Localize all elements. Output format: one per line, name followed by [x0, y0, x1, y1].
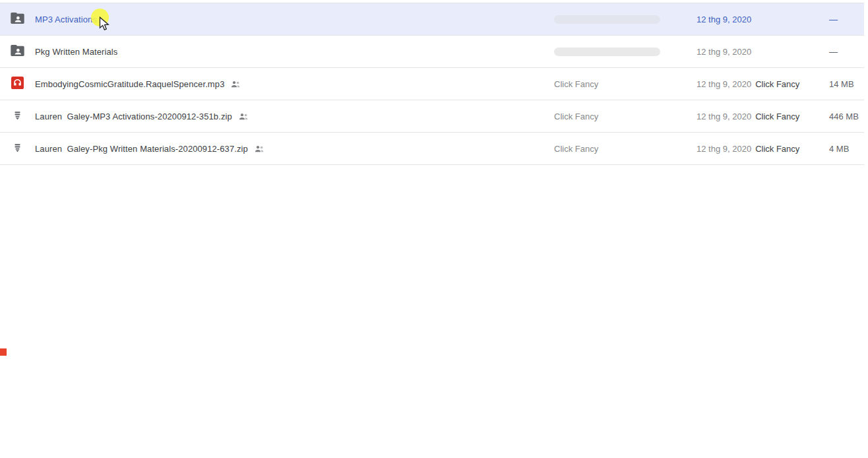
last-modified-cell: 12 thg 9, 2020Click Fancy	[697, 144, 829, 154]
owner-cell: Click Fancy	[554, 144, 697, 154]
modified-by: Click Fancy	[755, 112, 799, 121]
modified-date: 12 thg 9, 2020	[697, 15, 751, 24]
modified-date: 12 thg 9, 2020	[697, 144, 751, 154]
modified-date: 12 thg 9, 2020	[697, 47, 751, 57]
owner-name: Click Fancy	[554, 144, 598, 154]
file-row[interactable]: MP3 Activations12 thg 9, 2020—	[0, 3, 864, 36]
file-row[interactable]: Lauren Galey-Pkg Written Materials-20200…	[0, 133, 864, 165]
owner-loading-skeleton	[554, 15, 660, 24]
owner-name: Click Fancy	[554, 79, 598, 89]
zip-icon	[11, 141, 24, 156]
shared-people-icon	[255, 145, 264, 153]
file-name-cell: MP3 Activations	[35, 15, 554, 24]
zip-icon	[11, 109, 24, 123]
last-modified-cell: 12 thg 9, 2020Click Fancy	[697, 79, 829, 89]
last-modified-cell: 12 thg 9, 2020Click Fancy	[697, 112, 829, 121]
file-name[interactable]: Pkg Written Materials	[35, 47, 117, 57]
file-name-cell: Lauren Galey-Pkg Written Materials-20200…	[35, 144, 554, 154]
file-type-cell	[0, 77, 35, 91]
modified-date: 12 thg 9, 2020	[697, 112, 751, 121]
owner-loading-skeleton	[554, 48, 660, 56]
file-row[interactable]: Lauren Galey-MP3 Activations-20200912-35…	[0, 100, 864, 133]
file-name[interactable]: Lauren Galey-MP3 Activations-20200912-35…	[35, 112, 232, 121]
modified-date: 12 thg 9, 2020	[697, 79, 751, 89]
file-size: 4 MB	[829, 144, 864, 154]
file-name-cell: Pkg Written Materials	[35, 47, 554, 57]
last-modified-cell: 12 thg 9, 2020	[697, 47, 829, 57]
file-name-cell: EmbodyingCosmicGratitude.RaquelSpencer.m…	[35, 79, 554, 89]
file-type-cell	[0, 45, 35, 58]
file-size: 446 MB	[829, 112, 864, 121]
owner-cell	[554, 48, 697, 56]
shared-people-icon	[231, 80, 241, 88]
file-size: —	[829, 15, 864, 24]
shared-folder-icon	[11, 45, 24, 58]
file-name[interactable]: Lauren Galey-Pkg Written Materials-20200…	[35, 144, 248, 154]
file-type-cell	[0, 109, 35, 123]
file-name-cell: Lauren Galey-MP3 Activations-20200912-35…	[35, 112, 554, 121]
modified-by: Click Fancy	[755, 79, 799, 89]
owner-cell: Click Fancy	[554, 79, 697, 89]
modified-by: Click Fancy	[755, 144, 799, 154]
shared-folder-icon	[11, 13, 24, 26]
file-size: —	[829, 47, 864, 57]
file-type-cell	[0, 13, 35, 26]
left-edge-red-marker	[0, 348, 7, 356]
file-list: MP3 Activations12 thg 9, 2020—Pkg Writte…	[0, 3, 864, 165]
last-modified-cell: 12 thg 9, 2020	[697, 15, 829, 24]
file-name[interactable]: MP3 Activations	[35, 15, 97, 24]
audio-icon	[11, 77, 24, 91]
shared-people-icon	[239, 112, 249, 121]
file-size: 14 MB	[829, 79, 864, 89]
file-row[interactable]: EmbodyingCosmicGratitude.RaquelSpencer.m…	[0, 68, 864, 100]
owner-name: Click Fancy	[554, 112, 598, 121]
owner-cell: Click Fancy	[554, 112, 697, 121]
file-row[interactable]: Pkg Written Materials12 thg 9, 2020—	[0, 36, 864, 68]
file-type-cell	[0, 141, 35, 156]
file-name[interactable]: EmbodyingCosmicGratitude.RaquelSpencer.m…	[35, 79, 224, 89]
owner-cell	[554, 15, 697, 24]
